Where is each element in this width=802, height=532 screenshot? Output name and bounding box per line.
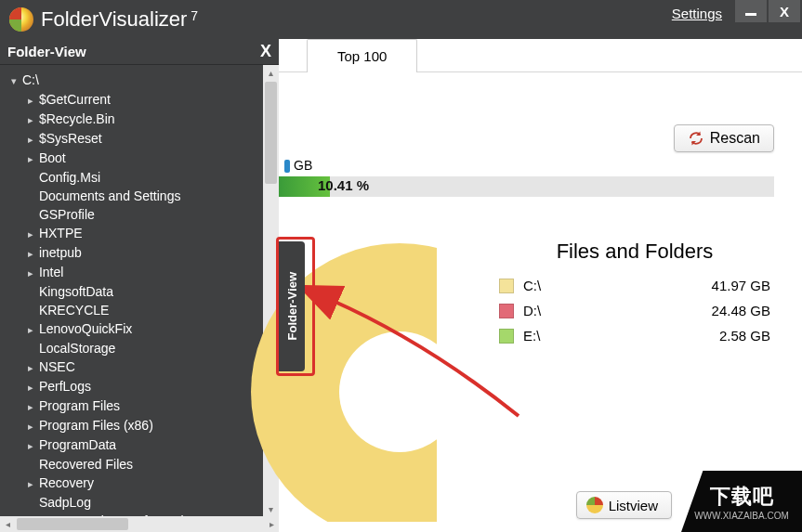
expand-icon[interactable]: ▸: [26, 358, 35, 377]
folder-tree[interactable]: ▾ C:\ ▸ $GetCurrent▸ $Recycle.Bin▸ $SysR…: [0, 65, 263, 516]
drive-size: 24.48 GB: [712, 303, 770, 318]
drive-name: C:\: [523, 278, 712, 293]
expand-icon[interactable]: ▸: [26, 436, 35, 455]
tree-item-label: Recovery: [39, 475, 94, 490]
expand-icon[interactable]: ▸: [26, 244, 35, 263]
tree-item[interactable]: ▸ $SysReset: [26, 129, 263, 149]
sidebar-close-button[interactable]: X: [260, 42, 271, 61]
tree-item-label: LocalStorage: [39, 341, 116, 356]
expand-icon[interactable]: ▸: [26, 397, 35, 416]
tab-top100[interactable]: Top 100: [307, 39, 417, 72]
tree-item-label: KingsoftData: [39, 284, 113, 299]
folder-view-collapsed-tab[interactable]: Folder-View: [279, 241, 305, 371]
sidebar-title: Folder-View: [7, 44, 86, 59]
tree-item-label: PerfLogs: [39, 379, 91, 394]
expand-icon[interactable]: ▸: [26, 130, 35, 149]
drive-size: 2.58 GB: [719, 328, 770, 344]
tree-item[interactable]: ▸ HXTPE: [26, 224, 263, 243]
expand-icon[interactable]: ▸: [26, 378, 35, 396]
color-swatch: [499, 279, 514, 293]
watermark: 下载吧 WWW.XIAZAIBA.COM: [681, 471, 802, 532]
app-name: FolderVisualizer: [41, 7, 187, 31]
app-logo-icon: [9, 7, 33, 32]
color-swatch: [499, 304, 514, 318]
refresh-icon: [688, 130, 704, 147]
tree-item[interactable]: Config.Msi: [26, 168, 263, 187]
tree-item-label: KRECYCLE: [39, 303, 109, 318]
tree-item[interactable]: ▸ PerfLogs: [26, 377, 263, 396]
tree-item[interactable]: ▸ Program Files (x86): [26, 416, 263, 435]
progress-unit: GB: [284, 158, 774, 173]
tree-item[interactable]: ▸ Recovery: [26, 474, 263, 493]
tree-item[interactable]: ▸ LenovoQuickFix: [26, 319, 263, 339]
close-button[interactable]: X: [769, 0, 800, 22]
expand-icon[interactable]: ▸: [26, 320, 35, 339]
tree-item[interactable]: ▸ NSEC: [26, 357, 263, 377]
tree-item-label: Boot: [39, 150, 66, 165]
tree-item[interactable]: ▸ Program Files: [26, 396, 263, 416]
tree-item[interactable]: KingsoftData: [26, 282, 263, 301]
rescan-button[interactable]: Rescan: [674, 124, 774, 152]
tree-item-label: ProgramData: [39, 437, 116, 452]
scroll-left-icon[interactable]: ◂: [0, 519, 15, 529]
listview-button[interactable]: Listview: [576, 491, 672, 519]
files-folders-panel: Files and Folders C:\41.97 GBD:\24.48 GB…: [495, 240, 774, 348]
tree-item-label: NSEC: [39, 359, 75, 374]
tree-item[interactable]: ▸ ProgramData: [26, 435, 263, 455]
expand-icon[interactable]: ▸: [26, 110, 35, 129]
tree-item-label: GSProfile: [39, 207, 95, 222]
tree-root-label: C:\: [22, 72, 39, 87]
app-version: 7: [191, 8, 198, 23]
listview-label: Listview: [609, 498, 658, 513]
expand-icon[interactable]: ▸: [26, 91, 35, 110]
tree-item[interactable]: Recovered Files: [26, 455, 263, 474]
app-title: FolderVisualizer7: [41, 7, 198, 32]
tree-item-label: SadpLog: [39, 495, 91, 510]
settings-link[interactable]: Settings: [659, 0, 735, 21]
tree-item-label: inetpub: [39, 245, 82, 260]
minimize-button[interactable]: [735, 0, 767, 22]
expand-icon[interactable]: ▸: [26, 264, 35, 282]
drive-row[interactable]: C:\41.97 GB: [495, 273, 774, 298]
pie-icon: [586, 497, 603, 513]
expand-icon[interactable]: ▸: [26, 417, 35, 435]
files-folders-title: Files and Folders: [495, 240, 774, 264]
tree-item[interactable]: ▸ Boot: [26, 149, 263, 168]
scroll-up-icon[interactable]: ▴: [263, 65, 279, 80]
tree-item[interactable]: LocalStorage: [26, 339, 263, 357]
hscroll-thumb[interactable]: [17, 518, 128, 530]
watermark-text: 下载吧: [710, 483, 774, 511]
tree-item[interactable]: GSProfile: [26, 205, 263, 224]
tree-item-label: HXTPE: [39, 226, 83, 240]
tree-item-label: Program Files: [39, 398, 120, 413]
tree-root[interactable]: ▾ C:\ ▸ $GetCurrent▸ $Recycle.Bin▸ $SysR…: [9, 71, 263, 516]
scroll-thumb[interactable]: [265, 82, 277, 184]
folder-view-tab-label: Folder-View: [285, 272, 299, 340]
progress-percent: 10.41 %: [318, 177, 369, 193]
tree-item[interactable]: ▸ $GetCurrent: [26, 90, 263, 110]
progress-bar: 10.41 %: [279, 176, 774, 197]
tree-item[interactable]: ▸ $Recycle.Bin: [26, 110, 263, 129]
tree-item[interactable]: ▸ inetpub: [26, 243, 263, 263]
expand-icon[interactable]: ▸: [26, 149, 35, 168]
drive-row[interactable]: E:\2.58 GB: [495, 323, 774, 348]
content-area: Top 100 Rescan GB 10.41 % Folder-View: [279, 39, 802, 532]
expand-icon[interactable]: ▸: [26, 474, 35, 493]
drive-size: 41.97 GB: [712, 278, 770, 293]
tree-item-label: Intel: [39, 265, 63, 279]
horizontal-scrollbar[interactable]: ◂ ▸: [0, 516, 279, 532]
drive-name: E:\: [523, 328, 719, 344]
tree-item[interactable]: ▸ Intel: [26, 263, 263, 282]
collapse-icon[interactable]: ▾: [9, 71, 19, 90]
tree-item-label: $SysReset: [39, 131, 102, 146]
drive-name: D:\: [523, 303, 712, 318]
drive-row[interactable]: D:\24.48 GB: [495, 298, 774, 323]
watermark-url: WWW.XIAZAIBA.COM: [694, 511, 789, 521]
sidebar-header: Folder-View X: [0, 39, 279, 65]
tree-item[interactable]: Documents and Settings: [26, 187, 263, 205]
expand-icon[interactable]: ▸: [26, 225, 35, 243]
color-swatch: [499, 329, 514, 344]
tree-item[interactable]: KRECYCLE: [26, 301, 263, 319]
tree-item-label: $Recycle.Bin: [39, 111, 115, 126]
tree-item[interactable]: SadpLog: [26, 493, 263, 512]
